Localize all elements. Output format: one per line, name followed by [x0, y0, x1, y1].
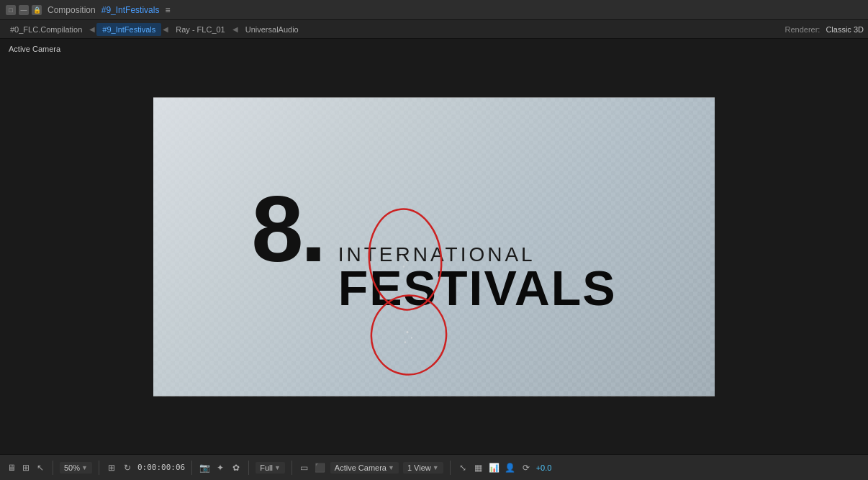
quality-caret: ▼ — [274, 464, 281, 471]
quality-value: Full — [260, 463, 273, 472]
active-camera-value: Active Camera — [335, 463, 386, 472]
tab-universalaudio[interactable]: UniversalAudio — [240, 23, 304, 36]
checkerboard-icon[interactable]: ⬛ — [315, 462, 326, 474]
rotate-icon[interactable]: ↻ — [122, 462, 133, 474]
monitor-icon[interactable]: 🖥 — [6, 462, 17, 474]
svg-point-5 — [404, 341, 406, 343]
svg-point-1 — [406, 261, 407, 262]
svg-point-0 — [401, 255, 403, 257]
lock-icon: 🔒 — [32, 5, 42, 15]
zoom-value: 50% — [64, 463, 80, 472]
active-camera-label: Active Camera — [9, 45, 60, 53]
title-bar: □ — 🔒 Composition #9_IntFestivals ≡ — [0, 0, 868, 20]
tab-flc-compilation[interactable]: #0_FLC.Compilation — [4, 23, 88, 36]
sep-3 — [191, 461, 192, 475]
bottom-toolbar: 🖥 ⊞ ↖ 50% ▼ ⊞ ↻ 0:00:00:06 📷 ✦ ✿ Full ▼ … — [0, 454, 868, 480]
tab-label: #0_FLC.Compilation — [10, 25, 82, 34]
region-icon[interactable]: ▭ — [299, 462, 310, 474]
tab-label: Ray - FLC_01 — [176, 25, 225, 34]
zoom-dropdown[interactable]: 50% ▼ — [60, 462, 92, 474]
render-icon[interactable]: ▦ — [473, 462, 484, 474]
tab-bar: #0_FLC.Compilation ◀ #9_IntFestivals ◀ R… — [0, 20, 868, 39]
cursor-icon[interactable]: ↖ — [35, 462, 46, 474]
renderer-label: Renderer: — [785, 25, 820, 34]
timecode-display[interactable]: 0:00:00:06 — [137, 463, 185, 472]
sep-6 — [450, 461, 451, 475]
annotation-circle-lower — [366, 290, 451, 379]
wand-icon[interactable]: ✦ — [214, 462, 226, 474]
quality-dropdown[interactable]: Full ▼ — [256, 462, 285, 474]
timecode-group: 0:00:00:06 — [137, 463, 185, 472]
renderer-value: Classic 3D — [826, 25, 864, 34]
menu-hamburger-icon[interactable]: ≡ — [165, 5, 170, 15]
offset-group: +0.0 — [536, 463, 552, 472]
viewport-area: Active Camera 8 . INTERNATIONAL FESTIVAL… — [0, 39, 868, 454]
svg-point-3 — [407, 331, 409, 333]
grid-icon[interactable]: ⊞ — [20, 462, 32, 474]
toolbar-left-icons: 🖥 ⊞ ↖ — [6, 462, 46, 474]
comp-preview: 8 . INTERNATIONAL FESTIVALS — [153, 97, 715, 396]
active-camera-caret: ▼ — [388, 464, 394, 471]
sep-2 — [99, 461, 99, 475]
tab-arrow-1: ◀ — [89, 25, 95, 33]
sep-4 — [248, 461, 249, 475]
sep-5 — [291, 461, 292, 475]
composition-label: Composition — [48, 5, 96, 15]
flower-icon[interactable]: ✿ — [230, 462, 242, 474]
svg-point-4 — [411, 337, 412, 338]
tab-arrow-2: ◀ — [163, 25, 168, 33]
svg-point-2 — [403, 266, 404, 267]
tab-intfestivals[interactable]: #9_IntFestivals — [96, 23, 161, 36]
annotation-circle-upper — [365, 206, 446, 312]
active-camera-dropdown[interactable]: Active Camera ▼ — [330, 462, 399, 474]
sep-1 — [53, 461, 53, 475]
zoom-caret: ▼ — [81, 464, 88, 471]
tab-arrow-3: ◀ — [232, 25, 238, 33]
tab-ray-flc[interactable]: Ray - FLC_01 — [170, 23, 230, 36]
window-icon-1: □ — [6, 5, 16, 15]
comp-name: #9_IntFestivals — [101, 5, 160, 15]
annotation-overlay — [153, 97, 715, 396]
view-caret: ▼ — [433, 464, 439, 471]
people-icon[interactable]: 👤 — [505, 462, 516, 474]
view-value: 1 View — [407, 463, 431, 472]
window-icon-2: — — [19, 5, 29, 15]
tab-label: UniversalAudio — [245, 25, 299, 34]
offset-value: +0.0 — [536, 463, 552, 472]
tab-label: #9_IntFestivals — [102, 25, 155, 34]
view-dropdown[interactable]: 1 View ▼ — [403, 462, 443, 474]
chart-icon[interactable]: 📊 — [489, 462, 500, 474]
window-controls[interactable]: □ — 🔒 — [6, 5, 42, 15]
snapshot-icon[interactable]: 📷 — [199, 462, 210, 474]
sync-icon[interactable]: ⟳ — [520, 462, 532, 474]
resize-icon[interactable]: ⤡ — [457, 462, 469, 474]
grid-snap-icon[interactable]: ⊞ — [106, 462, 117, 474]
